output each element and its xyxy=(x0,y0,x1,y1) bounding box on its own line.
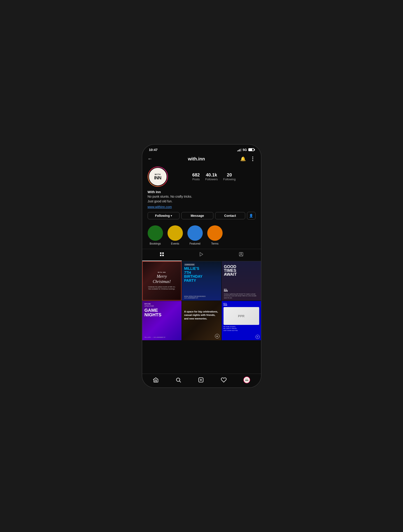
following-button[interactable]: Following ▾ xyxy=(148,212,180,219)
post-christmas[interactable]: WITH INN MerryChristmas! Celebrate the j… xyxy=(142,261,182,301)
highlight-events-label: Events xyxy=(171,242,179,245)
highlight-terms-label: Terms xyxy=(211,242,219,245)
highlight-featured-circle xyxy=(187,225,203,241)
posts-label: Posts xyxy=(192,177,200,181)
bio-line2: Just good old fun. xyxy=(148,199,173,203)
signal-bar-4 xyxy=(241,148,241,151)
contact-button[interactable]: Contact xyxy=(215,212,245,219)
add-icon xyxy=(198,377,204,383)
chevron-down-icon: ▾ xyxy=(171,214,172,217)
followers-label: Followers xyxy=(205,177,218,181)
svg-marker-4 xyxy=(200,253,203,256)
post-goodtimes-desc: Hosting a gathering with friends? Or may… xyxy=(224,293,259,299)
post-birthday-tag: A SPACE FOR xyxy=(184,264,195,266)
post-birthday[interactable]: A SPACE FOR MILLIE'S7THBIRTHDAYPARTY NOW… xyxy=(182,261,221,301)
highlights-section: Bookings Events Featured Terms xyxy=(142,223,261,249)
heart-icon xyxy=(221,377,227,383)
avatar[interactable]: WITH INN xyxy=(148,166,168,187)
home-icon xyxy=(153,377,159,383)
highlight-featured[interactable]: Featured xyxy=(187,225,203,245)
profile-row: WITH INN 682 Posts 40.1k Followers xyxy=(148,166,256,187)
post-christmas-title: MerryChristmas! xyxy=(153,274,171,285)
nav-profile[interactable]: WITH INN xyxy=(243,377,250,383)
post-ppr-logo-row: WITHINN xyxy=(223,303,227,306)
back-button[interactable]: ← xyxy=(148,156,153,162)
scroll-area: ← with.inn 🔔 ⋮ WITH INN 6 xyxy=(142,153,261,374)
nav-right-icons: 🔔 ⋮ xyxy=(240,156,255,162)
nav-add[interactable] xyxy=(198,377,204,383)
highlight-terms[interactable]: Terms xyxy=(207,225,223,245)
profile-section: WITH INN 682 Posts 40.1k Followers xyxy=(142,164,261,223)
more-options-icon[interactable]: ⋮ xyxy=(250,156,255,162)
highlights-row: Bookings Events Featured Terms xyxy=(148,225,256,245)
stats-row: 682 Posts 40.1k Followers 20 Following xyxy=(172,172,256,181)
post-ppr[interactable]: WITHINN PPR NO PUNK STUNTS,NO CRAFTY TRI… xyxy=(222,301,261,340)
posts-count: 682 xyxy=(192,172,200,177)
highlight-bookings-circle xyxy=(148,225,163,241)
highlight-bookings[interactable]: Bookings xyxy=(148,225,163,245)
tab-reels[interactable] xyxy=(182,249,221,261)
post-gamenights-title: GAMENIGHTS xyxy=(144,308,162,317)
post-celebrations-badge: W xyxy=(215,334,220,338)
svg-line-8 xyxy=(180,381,181,382)
posts-grid: WITH INN MerryChristmas! Celebrate the j… xyxy=(142,261,261,340)
following-label: Following xyxy=(223,177,236,181)
svg-point-7 xyxy=(176,378,180,381)
play-icon xyxy=(199,252,204,258)
svg-rect-3 xyxy=(162,255,164,256)
stat-following[interactable]: 20 Following xyxy=(223,172,236,181)
tab-tagged[interactable] xyxy=(221,249,261,261)
bottom-nav-avatar: WITH INN xyxy=(243,377,250,383)
post-ppr-image: PPR xyxy=(223,307,259,325)
stat-posts[interactable]: 682 Posts xyxy=(192,172,200,181)
post-gamenights[interactable]: WITH INN OPEN FOR GAMENIGHTS TILL LATE •… xyxy=(142,301,182,340)
time-display: 10:47 xyxy=(149,148,158,152)
post-celebrations-title: A space for big celebrations, casual nig… xyxy=(184,310,219,320)
message-button[interactable]: Message xyxy=(181,212,213,219)
post-gamenights-open: OPEN FOR xyxy=(144,305,154,307)
post-goodtimes-bottom: WITH INN Hosting a gathering with friend… xyxy=(224,289,259,299)
nav-search[interactable] xyxy=(176,377,181,383)
with-inn-badge: WITH INN xyxy=(224,289,259,292)
bottom-avatar-inn: INN xyxy=(245,380,248,381)
battery-fill xyxy=(249,149,252,151)
action-buttons: Following ▾ Message Contact 👤 xyxy=(148,212,256,220)
post-christmas-sub: Celebrate the jolliest month at With Inn… xyxy=(146,286,177,290)
post-goodtimes[interactable]: GOODTIMESAWAIT WITH INN Hosting a gather… xyxy=(222,261,261,301)
svg-rect-1 xyxy=(162,253,164,254)
post-gamenights-badge: WITH INN xyxy=(144,303,151,304)
post-celebrations[interactable]: A space for big celebrations, casual nig… xyxy=(182,301,221,340)
post-gamenights-bottom: TILL LATE • 114 LAVENDER ST. xyxy=(144,337,166,338)
notification-bell-icon[interactable]: 🔔 xyxy=(240,156,246,162)
svg-rect-0 xyxy=(160,253,162,254)
signal-icon xyxy=(237,148,241,151)
followers-count: 40.1k xyxy=(206,172,217,177)
following-label: Following xyxy=(155,214,170,217)
add-user-button[interactable]: 👤 xyxy=(247,212,256,220)
nav-heart[interactable] xyxy=(221,377,227,383)
stat-followers[interactable]: 40.1k Followers xyxy=(205,172,218,181)
tab-grid[interactable] xyxy=(142,249,182,261)
nav-home[interactable] xyxy=(153,377,159,383)
post-ppr-badge: W xyxy=(256,335,260,339)
person-tag-icon xyxy=(239,252,244,258)
post-ppr-tagline: NO PUNK STUNTS,NO CRAFTY TRICKS,JUST GOO… xyxy=(223,326,238,331)
status-bar: 10:47 5G xyxy=(142,145,261,153)
phone-frame: 10:47 5G ← with.inn 🔔 ⋮ xyxy=(142,144,261,388)
add-user-icon: 👤 xyxy=(249,214,253,218)
highlight-events[interactable]: Events xyxy=(168,225,183,245)
highlight-terms-circle xyxy=(207,225,223,241)
avatar-inner: WITH INN xyxy=(148,167,167,186)
bottom-nav: WITH INN xyxy=(142,374,261,387)
avatar-text-inn: INN xyxy=(154,176,161,180)
profile-username: with.inn xyxy=(188,156,205,162)
highlight-events-circle xyxy=(168,225,183,241)
svg-rect-2 xyxy=(160,255,162,256)
signal-bar-2 xyxy=(238,150,239,151)
top-nav: ← with.inn 🔔 ⋮ xyxy=(142,153,261,164)
profile-link[interactable]: www.withinn.com xyxy=(148,205,256,209)
post-ppr-bottom: NO PUNK STUNTS,NO CRAFTY TRICKS,JUST GOO… xyxy=(223,326,238,331)
network-type: 5G xyxy=(243,148,247,152)
battery-icon xyxy=(248,148,254,151)
profile-info: With Inn No punk stunts. No crafty trick… xyxy=(148,190,256,209)
